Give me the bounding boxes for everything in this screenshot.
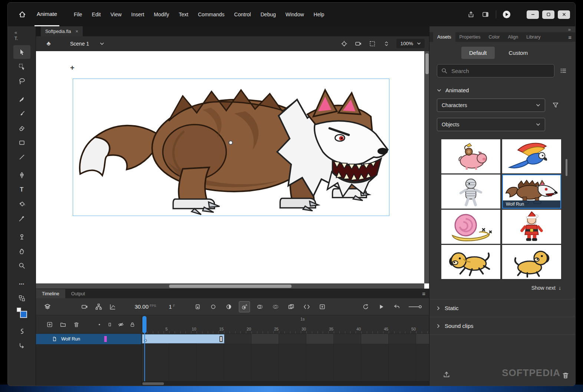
visibility-column-toggle[interactable]	[118, 321, 124, 328]
tab-timeline[interactable]: Timeline	[36, 289, 65, 298]
timeline-zoom-slider[interactable]	[407, 301, 423, 312]
highlight-column-toggle[interactable]	[97, 322, 102, 327]
fps-display[interactable]: 30.00 FPS	[135, 303, 156, 310]
new-folder-button[interactable]	[60, 321, 66, 328]
tool-hand[interactable]	[13, 244, 30, 258]
rewind-button[interactable]	[391, 301, 402, 312]
timeline-panel-menu-button[interactable]: ≡	[422, 290, 425, 297]
onion-skin-button[interactable]	[254, 301, 266, 312]
scene-dropdown-button[interactable]	[99, 42, 105, 45]
section-animated[interactable]: Animated	[429, 77, 575, 98]
tab-output[interactable]: Output	[65, 289, 91, 298]
layer-outline-color-chip[interactable]	[104, 336, 107, 342]
asset-grid-scrollbar[interactable]	[566, 159, 567, 176]
fill-color-control[interactable]	[17, 308, 27, 318]
tool-eyedropper[interactable]	[13, 212, 30, 225]
insert-frame-button[interactable]	[223, 301, 234, 312]
edit-symbols-button[interactable]: ♣	[43, 40, 54, 47]
add-camera-button[interactable]	[79, 301, 90, 312]
horizontal-scroll-thumb[interactable]	[169, 285, 292, 288]
menu-modify[interactable]: Modify	[149, 3, 174, 26]
workspace-toggle-button[interactable]	[481, 10, 490, 19]
search-input[interactable]	[437, 68, 554, 74]
asset-card-parrot[interactable]	[502, 139, 561, 173]
menu-insert[interactable]: Insert	[126, 3, 149, 26]
edit-multiple-frames-button[interactable]	[286, 301, 297, 312]
tab-animate[interactable]: Animate	[34, 3, 59, 26]
layer-frame-strip[interactable]	[142, 334, 429, 344]
show-next-button[interactable]: Show next ↓	[429, 285, 561, 291]
tab-assets[interactable]: Assets	[433, 32, 455, 42]
home-button[interactable]	[15, 7, 29, 21]
asset-card-dog-sitting[interactable]	[502, 245, 561, 279]
camera-button[interactable]	[354, 40, 362, 48]
tool-lasso[interactable]	[13, 74, 30, 88]
auto-keyframe-toggle[interactable]: A	[239, 301, 250, 312]
list-view-button[interactable]	[559, 66, 568, 75]
custom-mode-button[interactable]: Custom	[505, 47, 532, 59]
asset-card-wolf-run[interactable]: Wolf Run	[502, 175, 561, 209]
tools-collapse-button[interactable]: «	[8, 29, 36, 35]
tool-zoom[interactable]	[13, 259, 30, 272]
asset-card-snail[interactable]	[441, 210, 500, 244]
menu-view[interactable]: View	[106, 3, 126, 26]
new-layer-button[interactable]	[46, 321, 53, 328]
tool-subselection[interactable]	[13, 60, 30, 73]
quick-publish-button[interactable]	[503, 10, 511, 19]
default-mode-button[interactable]: Default	[461, 47, 495, 59]
menu-text[interactable]: Text	[174, 3, 193, 26]
vertical-scroll-thumb[interactable]	[425, 53, 429, 74]
layers-panel-button[interactable]	[42, 301, 53, 312]
tool-line[interactable]	[13, 150, 30, 164]
stage-selection[interactable]	[73, 79, 389, 216]
maximize-button[interactable]	[542, 10, 554, 19]
delete-layer-button[interactable]	[73, 321, 80, 328]
close-document-icon[interactable]: ×	[76, 29, 79, 34]
onion-outlines-button[interactable]	[270, 301, 281, 312]
search-box[interactable]	[437, 64, 554, 77]
clip-content-button[interactable]	[368, 40, 376, 48]
tool-fluid-brush[interactable]	[13, 92, 30, 106]
asset-card-mummy[interactable]	[441, 175, 500, 209]
menu-control[interactable]: Control	[229, 3, 256, 26]
swap-colors-button[interactable]	[13, 291, 30, 305]
current-frame-display[interactable]: 1 F	[169, 303, 175, 310]
layer-row-wolf-run[interactable]: Wolf Run	[36, 334, 141, 344]
section-static[interactable]: Static	[429, 299, 575, 317]
zoom-stepper[interactable]	[382, 40, 391, 48]
delete-asset-button[interactable]	[561, 371, 570, 380]
loop-playback-button[interactable]	[360, 301, 371, 312]
tab-align[interactable]: Align	[504, 32, 522, 42]
assets-panel-menu-button[interactable]: ≡	[568, 34, 572, 40]
selected-frame-span[interactable]	[142, 334, 224, 343]
transform-point[interactable]	[229, 141, 233, 144]
stage[interactable]: +	[36, 51, 429, 289]
elbow-arrow-button[interactable]	[13, 339, 30, 352]
section-sound-clips[interactable]: Sound clips	[429, 317, 575, 335]
expand-right-icon[interactable]: »	[568, 27, 571, 32]
menu-file[interactable]: File	[69, 3, 87, 26]
tab-library[interactable]: Library	[522, 32, 544, 42]
tool-asset-warp[interactable]	[13, 230, 30, 243]
share-button[interactable]	[467, 10, 475, 19]
timeline-horizontal-scrollbar[interactable]	[142, 381, 429, 386]
asset-card-pig-monkey[interactable]	[441, 139, 500, 173]
stage-vertical-scrollbar[interactable]	[424, 51, 429, 283]
asset-card-dog-running[interactable]	[441, 245, 500, 279]
menu-window[interactable]: Window	[281, 3, 309, 26]
graph-editor-button[interactable]	[107, 301, 118, 312]
empty-frames-area[interactable]	[142, 344, 429, 381]
upload-asset-button[interactable]	[442, 370, 451, 379]
layer-list-empty[interactable]	[36, 344, 141, 386]
playhead-handle[interactable]	[142, 316, 146, 333]
insert-blank-keyframe-button[interactable]	[208, 301, 219, 312]
code-snippets-button[interactable]	[301, 301, 312, 312]
stage-horizontal-scrollbar[interactable]	[36, 283, 424, 289]
wolf-artwork[interactable]	[73, 79, 389, 216]
add-frames-button[interactable]	[317, 301, 328, 312]
timeline-scroll-thumb[interactable]	[142, 382, 164, 385]
center-stage-button[interactable]	[340, 40, 348, 48]
play-button[interactable]	[376, 301, 387, 312]
tool-text[interactable]: T	[13, 183, 30, 196]
tools-more-button[interactable]: •••	[13, 277, 30, 290]
